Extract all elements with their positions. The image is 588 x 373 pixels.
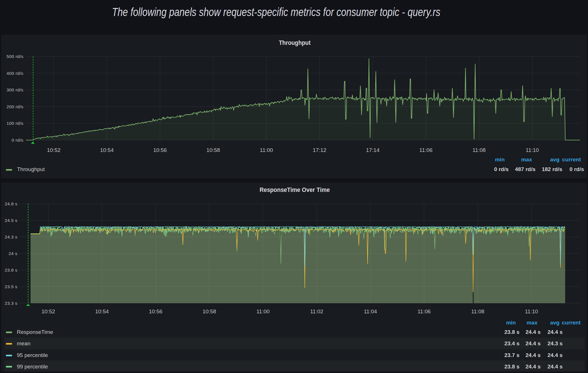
svg-text:300 rd/s: 300 rd/s [7,87,23,92]
svg-text:400 rd/s: 400 rd/s [7,71,23,76]
svg-text:24.3 s: 24.3 s [547,340,563,346]
svg-text:10:58: 10:58 [202,308,216,314]
svg-text:500 rd/s: 500 rd/s [7,54,23,59]
svg-text:avg: avg [550,320,559,326]
svg-text:487 rd/s: 487 rd/s [515,166,535,172]
svg-text:24.5 s: 24.5 s [5,218,17,223]
svg-text:23.8 s: 23.8 s [5,268,17,272]
svg-text:11:08: 11:08 [471,308,484,314]
svg-text:0 rd/s: 0 rd/s [12,138,23,143]
svg-text:0 rd/s: 0 rd/s [569,166,584,172]
svg-text:max: max [521,157,532,163]
svg-text:11:10: 11:10 [525,308,538,314]
svg-text:182 rd/s: 182 rd/s [542,166,562,172]
svg-text:ResponseTime: ResponseTime [17,329,53,335]
svg-text:17:14: 17:14 [366,147,380,153]
svg-text:23.4 s: 23.4 s [504,340,519,346]
svg-text:24.4 s: 24.4 s [547,364,563,370]
svg-text:10:52: 10:52 [47,147,61,153]
svg-text:200 rd/s: 200 rd/s [7,104,23,109]
svg-text:24.4 s: 24.4 s [525,340,541,346]
svg-text:11:06: 11:06 [419,147,432,153]
svg-text:99 percentile: 99 percentile [17,364,48,370]
svg-text:24.4 s: 24.4 s [525,352,541,358]
svg-text:10:58: 10:58 [206,147,220,153]
svg-text:23.3 s: 23.3 s [5,301,17,306]
svg-text:11:02: 11:02 [310,308,323,314]
svg-text:Throughput: Throughput [279,39,311,46]
svg-text:17:12: 17:12 [313,147,326,153]
svg-text:11:00: 11:00 [260,147,273,153]
svg-text:100 rd/s: 100 rd/s [7,121,23,126]
svg-text:current: current [562,157,581,163]
svg-text:10:56: 10:56 [149,308,162,314]
svg-text:mean: mean [17,340,31,346]
svg-text:ResponseTime Over Time: ResponseTime Over Time [260,186,330,193]
svg-text:24.4 s: 24.4 s [525,329,541,335]
svg-text:23.8 s: 23.8 s [504,329,519,335]
svg-text:Throughput: Throughput [17,166,45,172]
svg-text:24 s: 24 s [9,251,17,256]
svg-text:11:08: 11:08 [473,147,486,153]
svg-text:11:06: 11:06 [418,308,431,314]
svg-text:23.8 s: 23.8 s [504,364,519,370]
svg-text:min: min [495,157,505,163]
svg-text:11:10: 11:10 [526,147,539,153]
svg-text:10:54: 10:54 [100,147,114,153]
svg-text:0 rd/s: 0 rd/s [494,166,509,172]
svg-text:11:00: 11:00 [256,308,270,314]
svg-text:10:54: 10:54 [95,308,109,314]
svg-text:95 percentile: 95 percentile [17,352,48,358]
svg-text:24.3 s: 24.3 s [5,234,17,239]
svg-text:23.5 s: 23.5 s [5,284,17,289]
svg-text:24.8 s: 24.8 s [5,201,17,206]
svg-text:min: min [506,320,516,326]
svg-text:avg: avg [550,157,559,163]
svg-text:The following panels show requ: The following panels show request-specif… [112,6,440,18]
svg-text:10:56: 10:56 [153,147,167,153]
svg-text:23.7 s: 23.7 s [504,352,519,358]
svg-text:current: current [562,320,581,326]
svg-text:10:52: 10:52 [41,308,55,314]
svg-text:24.4 s: 24.4 s [547,329,563,335]
svg-text:11:04: 11:04 [364,308,377,314]
svg-text:max: max [527,320,537,326]
svg-text:24.4 s: 24.4 s [525,364,541,370]
svg-text:24.4 s: 24.4 s [547,352,563,358]
